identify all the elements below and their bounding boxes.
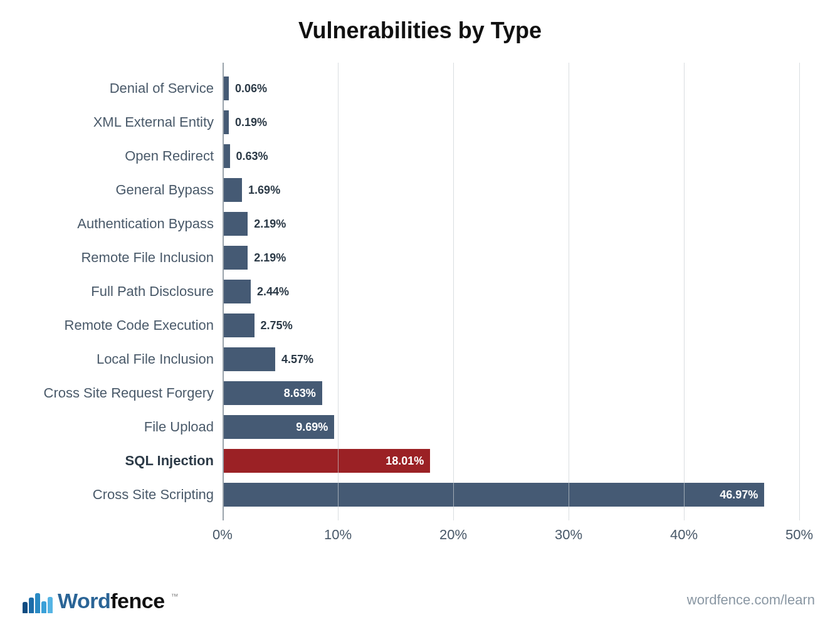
category-label: Cross Site Scripting — [93, 487, 214, 503]
category-label: XML External Entity — [93, 114, 214, 130]
bar-value-label: 9.69% — [296, 421, 328, 434]
bar-row: Full Path Disclosure2.44% — [223, 275, 799, 308]
category-label: Denial of Service — [110, 80, 214, 97]
bar-value-label: 0.63% — [236, 150, 268, 163]
bar: 2.44% — [223, 280, 289, 303]
footer: Wordfence ™ wordfence.com/learn — [0, 577, 840, 622]
bar-row: XML External Entity0.19% — [223, 105, 799, 139]
bar: 2.19% — [223, 246, 286, 270]
chart-container: Vulnerabilities by Type Denial of Servic… — [0, 0, 840, 627]
gridline — [799, 63, 800, 520]
bar-row: Denial of Service0.06% — [223, 71, 799, 105]
brand-fence-icon — [23, 588, 53, 613]
bar-value-label: 1.69% — [248, 184, 280, 197]
category-label: Authentication Bypass — [77, 216, 214, 232]
bar-row: Remote File Inclusion2.19% — [223, 241, 799, 275]
x-tick-label: 30% — [555, 527, 582, 543]
gridline — [684, 63, 685, 520]
bar-fill — [223, 347, 275, 371]
bar-row: Authentication Bypass2.19% — [223, 207, 799, 241]
x-tick-label: 40% — [670, 527, 698, 543]
footer-link-text: wordfence.com/learn — [687, 592, 815, 608]
category-label: Cross Site Request Forgery — [44, 385, 214, 401]
bar: 4.57% — [223, 347, 313, 371]
bar: 0.63% — [223, 144, 268, 168]
bar-value-label: 4.57% — [281, 353, 313, 366]
category-label: Open Redirect — [125, 148, 214, 164]
gridline — [453, 63, 454, 520]
bar-value-label: 18.01% — [386, 455, 424, 468]
x-tick-label: 10% — [324, 527, 352, 543]
bar-row: General Bypass1.69% — [223, 173, 799, 207]
logo-bar — [35, 593, 40, 613]
bar-row: Open Redirect0.63% — [223, 139, 799, 173]
bar-fill: 9.69% — [223, 415, 334, 439]
bar-fill: 8.63% — [223, 381, 322, 405]
chart-title: Vulnerabilities by Type — [0, 0, 840, 44]
bar-fill — [223, 76, 229, 100]
bar-fill — [223, 212, 248, 236]
x-tick-label: 0% — [213, 527, 233, 543]
bar-row: Cross Site Scripting46.97% — [223, 478, 799, 512]
x-axis-ticks: 0%10%20%30%40%50% — [223, 522, 799, 552]
bar-row: SQL Injection18.01% — [223, 444, 799, 478]
bar-value-label: 8.63% — [284, 387, 316, 400]
bar-rows: Denial of Service0.06%XML External Entit… — [223, 71, 799, 514]
gridline — [223, 63, 224, 520]
bar-value-label: 2.19% — [254, 218, 286, 231]
bar: 9.69% — [223, 415, 334, 439]
bar-row: Cross Site Request Forgery8.63% — [223, 376, 799, 410]
bar-fill — [223, 178, 242, 202]
bar-fill — [223, 246, 248, 270]
plot-area: Denial of Service0.06%XML External Entit… — [223, 63, 799, 552]
bar-fill: 18.01% — [223, 449, 430, 473]
category-label: Full Path Disclosure — [91, 283, 214, 300]
brand-word-b: fence — [110, 589, 164, 613]
category-label: File Upload — [144, 419, 214, 435]
bar-row: Remote Code Execution2.75% — [223, 308, 799, 342]
bar: 0.19% — [223, 110, 267, 134]
bar: 46.97% — [223, 483, 764, 507]
bar-row: File Upload9.69% — [223, 410, 799, 444]
gridline — [569, 63, 569, 520]
logo-bar — [48, 597, 53, 613]
logo-bar — [29, 598, 34, 613]
brand-logo: Wordfence ™ — [23, 588, 179, 613]
bar-value-label: 2.44% — [257, 285, 289, 298]
category-label: Local File Inclusion — [97, 351, 214, 367]
bar-fill — [223, 314, 255, 337]
bar: 8.63% — [223, 381, 322, 405]
bar-fill: 46.97% — [223, 483, 764, 507]
bar-fill — [223, 144, 230, 168]
bar-row: Local File Inclusion4.57% — [223, 342, 799, 376]
logo-bar — [41, 601, 46, 613]
bar: 1.69% — [223, 178, 280, 202]
bar-fill — [223, 110, 229, 134]
category-label: SQL Injection — [125, 453, 214, 469]
bar: 2.19% — [223, 212, 286, 236]
trademark-icon: ™ — [171, 592, 179, 601]
bar-value-label: 46.97% — [720, 488, 758, 502]
category-label: General Bypass — [115, 182, 214, 198]
bar-fill — [223, 280, 251, 303]
bar-value-label: 0.06% — [235, 82, 267, 95]
category-label: Remote File Inclusion — [81, 250, 214, 266]
gridline — [338, 63, 339, 520]
bar-value-label: 0.19% — [235, 116, 267, 129]
bar-value-label: 2.75% — [261, 319, 293, 332]
bar-value-label: 2.19% — [254, 251, 286, 265]
bar-highlight: 18.01% — [223, 449, 430, 473]
x-tick-label: 50% — [785, 527, 813, 543]
bar: 2.75% — [223, 314, 293, 337]
logo-bar — [23, 602, 28, 613]
x-tick-label: 20% — [439, 527, 467, 543]
category-label: Remote Code Execution — [65, 317, 214, 334]
brand-wordmark: Wordfence — [58, 589, 165, 613]
brand-word-a: Word — [58, 589, 110, 613]
bar: 0.06% — [223, 76, 267, 100]
